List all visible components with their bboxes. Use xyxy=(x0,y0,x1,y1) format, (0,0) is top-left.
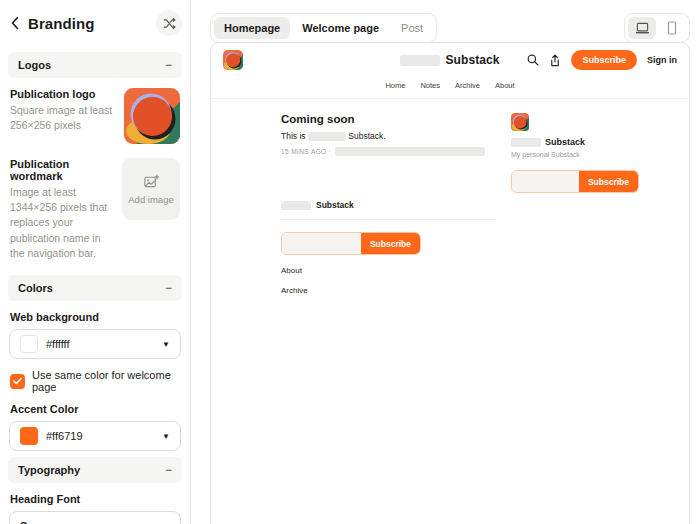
accent-color-value: #ff6719 xyxy=(46,430,83,442)
post-body-prefix: This is xyxy=(281,131,306,141)
publication-wordmark-description: Image at least 1344×256 pixels that repl… xyxy=(10,185,112,261)
heading-font-label: Heading Font xyxy=(10,493,180,505)
card-title-text: Substack xyxy=(545,137,585,147)
center-subscribe-form: Subscribe xyxy=(281,232,421,255)
add-image-label: Add image xyxy=(128,194,173,205)
color-swatch-orange xyxy=(20,427,38,445)
tab-welcome-page[interactable]: Welcome page xyxy=(292,17,389,39)
card-subscribe-form: Subscribe xyxy=(511,170,639,193)
sign-in-link[interactable]: Sign in xyxy=(647,55,677,65)
minus-icon[interactable]: − xyxy=(165,59,172,71)
site-logo[interactable] xyxy=(223,50,243,70)
add-image-button[interactable]: Add image xyxy=(122,158,180,220)
post-meta: 15 MINS AGO · xyxy=(281,147,497,156)
footer-link-archive[interactable]: Archive xyxy=(281,286,497,295)
share-icon xyxy=(549,54,561,67)
chevron-down-icon: ▼ xyxy=(162,432,170,441)
post-body: This is Substack. xyxy=(281,131,497,141)
section-title: Colors xyxy=(18,282,53,294)
web-background-select[interactable]: #ffffff ▼ xyxy=(9,329,181,359)
mobile-toggle-button[interactable] xyxy=(658,17,686,39)
nav-link-archive[interactable]: Archive xyxy=(455,81,480,90)
card-logo[interactable] xyxy=(511,113,529,131)
subscribe-button[interactable]: Subscribe xyxy=(571,50,637,70)
card-subscribe-button[interactable]: Subscribe xyxy=(579,171,638,192)
site-header: Substack xyxy=(211,43,689,77)
mini-heading-text: Substack xyxy=(316,200,354,210)
same-color-checkbox[interactable]: Use same color for welcome page xyxy=(10,369,180,393)
checkbox-checked-icon[interactable] xyxy=(10,374,25,389)
logo-artwork xyxy=(511,113,529,131)
check-icon xyxy=(13,377,22,385)
publication-side-card: Substack My personal Substack Subscribe xyxy=(511,113,639,295)
site-preview-panel: Substack xyxy=(210,42,690,524)
desktop-toggle-button[interactable] xyxy=(628,17,656,39)
publication-wordmark-text: Publication wordmark Image at least 1344… xyxy=(10,158,112,261)
nav-link-notes[interactable]: Notes xyxy=(420,81,440,90)
nav-link-about[interactable]: About xyxy=(495,81,515,90)
branding-settings-page: Branding Logos − Publication log xyxy=(0,0,700,524)
site-content: Coming soon This is Substack. 15 MINS AG… xyxy=(211,99,689,295)
divider xyxy=(281,219,497,220)
desktop-icon xyxy=(635,22,650,35)
tab-post[interactable]: Post xyxy=(391,17,433,39)
email-input[interactable] xyxy=(512,171,579,192)
minus-icon[interactable]: − xyxy=(165,282,172,294)
site-header-actions: Subscribe Sign in xyxy=(527,50,677,70)
image-plus-icon xyxy=(144,174,159,189)
chevron-down-icon: ▼ xyxy=(162,340,170,349)
color-swatch-white xyxy=(20,335,38,353)
publication-logo-field: Publication logo Square image at least 2… xyxy=(10,88,180,144)
redacted-text xyxy=(335,147,485,156)
publication-logo-description: Square image at least 256×256 pixels xyxy=(10,103,114,133)
section-header-logos[interactable]: Logos − xyxy=(8,52,182,78)
device-toggle xyxy=(624,13,690,43)
section-header-colors[interactable]: Colors − xyxy=(8,275,182,301)
section-title: Typography xyxy=(18,464,80,476)
accent-color-select[interactable]: #ff6719 ▼ xyxy=(9,421,181,451)
publication-wordmark-label: Publication wordmark xyxy=(10,158,112,182)
redacted-text xyxy=(308,132,346,141)
search-button[interactable] xyxy=(527,54,539,66)
share-button[interactable] xyxy=(549,54,561,67)
card-tagline: My personal Substack xyxy=(511,151,639,158)
heading-font-value: Sans xyxy=(20,520,46,524)
back-button[interactable] xyxy=(8,14,22,32)
publication-logo-label: Publication logo xyxy=(10,88,114,100)
publication-mini-heading: Substack xyxy=(281,200,497,210)
tab-homepage[interactable]: Homepage xyxy=(214,17,290,39)
preview-area: Homepage Welcome page Post xyxy=(192,0,700,524)
logo-artwork xyxy=(124,88,180,144)
search-icon xyxy=(527,54,539,66)
nav-link-home[interactable]: Home xyxy=(385,81,405,90)
chevron-left-icon xyxy=(10,16,20,30)
redacted-text xyxy=(281,201,311,210)
branding-sidebar: Branding Logos − Publication log xyxy=(0,0,191,524)
post-timestamp: 15 MINS AGO · xyxy=(281,148,331,155)
shuffle-icon xyxy=(163,17,176,30)
footer-link-about[interactable]: About xyxy=(281,266,497,275)
publication-logo-image[interactable] xyxy=(124,88,180,144)
site-title-text: Substack xyxy=(445,53,499,67)
web-background-value: #ffffff xyxy=(46,338,69,350)
redacted-text xyxy=(511,138,541,147)
shuffle-button[interactable] xyxy=(156,10,182,36)
center-subscribe-button[interactable]: Subscribe xyxy=(361,233,420,254)
same-color-label: Use same color for welcome page xyxy=(32,369,180,393)
minus-icon[interactable]: − xyxy=(165,464,172,476)
section-title: Logos xyxy=(18,59,51,71)
email-input[interactable] xyxy=(282,233,361,254)
publication-wordmark-field: Publication wordmark Image at least 1344… xyxy=(10,158,180,261)
site-main-column: Coming soon This is Substack. 15 MINS AG… xyxy=(281,113,497,295)
heading-font-select[interactable]: Sans ▼ xyxy=(9,511,181,524)
page-title: Branding xyxy=(28,15,95,32)
card-title: Substack xyxy=(511,137,639,147)
redacted-text xyxy=(400,55,440,66)
accent-color-label: Accent Color xyxy=(10,403,180,415)
web-background-label: Web background xyxy=(10,311,180,323)
preview-tabs: Homepage Welcome page Post xyxy=(210,13,437,43)
site-nav: Home Notes Archive About xyxy=(211,77,689,99)
post-title[interactable]: Coming soon xyxy=(281,113,497,125)
section-header-typography[interactable]: Typography − xyxy=(8,457,182,483)
post-body-suffix: Substack. xyxy=(348,131,385,141)
